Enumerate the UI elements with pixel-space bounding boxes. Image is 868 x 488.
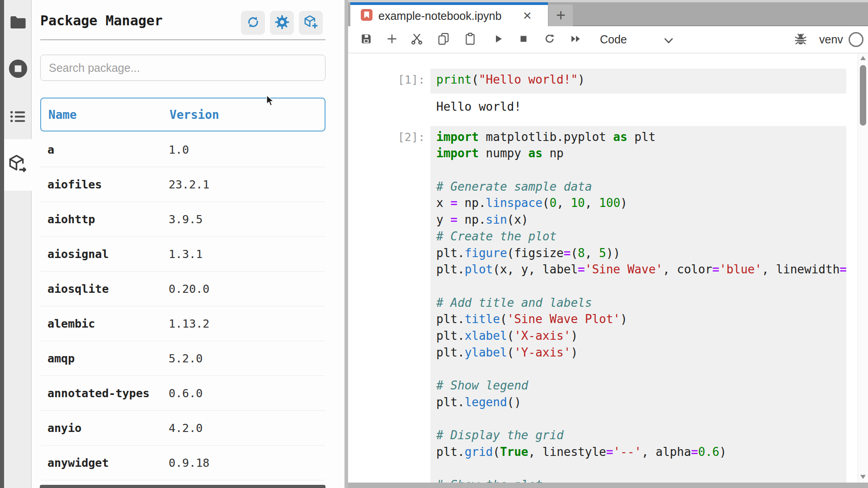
title-divider: [40, 39, 326, 40]
add-package-button[interactable]: [299, 11, 323, 35]
add-cell-button[interactable]: [386, 33, 398, 46]
scroll-up-arrow-icon[interactable]: [860, 56, 866, 60]
gear-icon: [274, 14, 290, 32]
restart-icon: [544, 33, 556, 47]
column-header-name[interactable]: Name: [48, 108, 77, 122]
package-name: amqp: [47, 352, 75, 365]
interrupt-kernel-button[interactable]: [517, 33, 530, 46]
table-row[interactable]: anywidget0.9.18: [40, 446, 326, 480]
panel-toolbar: [241, 11, 323, 35]
table-row[interactable]: aiosignal1.3.1: [40, 237, 326, 272]
run-icon: [493, 33, 504, 46]
plus-icon: [386, 33, 398, 47]
package-name: annotated-types: [47, 387, 150, 400]
notebook-area: example-notebook.ipynb × +: [348, 0, 868, 488]
code-cell[interactable]: [2]:import matplotlib.pyplot as pltimpor…: [348, 126, 868, 138]
table-row[interactable]: amqp5.2.0: [40, 341, 326, 376]
package-manager-panel: Package Manager: [32, 0, 344, 488]
search-input[interactable]: [40, 55, 326, 81]
horizontal-scrollbar-thumb[interactable]: [40, 485, 326, 488]
cell-editor[interactable]: import matplotlib.pyplot as pltimport nu…: [430, 126, 846, 483]
run-all-button[interactable]: [570, 33, 582, 46]
sidebar-item-files[interactable]: [4, 7, 32, 40]
copy-cells-button[interactable]: [437, 33, 450, 46]
table-row[interactable]: a1.0: [40, 132, 326, 167]
folder-icon: [9, 15, 27, 32]
list-icon: [9, 109, 27, 126]
jupyterlab-window: Package Manager: [0, 0, 868, 488]
stop-circle-icon: [8, 59, 28, 80]
package-name: anyio: [47, 422, 81, 435]
package-version: 5.2.0: [169, 352, 203, 365]
activity-bar: [0, 0, 32, 488]
add-package-icon: [303, 14, 319, 32]
refresh-button[interactable]: [241, 11, 265, 35]
package-export-icon: [8, 154, 28, 177]
bug-icon: [794, 40, 807, 47]
new-tab-button[interactable]: +: [549, 5, 573, 26]
tab-example-notebook[interactable]: example-notebook.ipynb ×: [350, 2, 548, 26]
table-row[interactable]: aiosqlite0.20.0: [40, 272, 326, 306]
window-edge: [0, 0, 4, 488]
save-icon: [360, 33, 372, 47]
table-header[interactable]: Name Version: [40, 98, 326, 131]
scissors-icon: [410, 33, 423, 47]
cut-cells-button[interactable]: [410, 33, 423, 46]
debugger-button[interactable]: [794, 33, 807, 48]
panel-title: Package Manager: [40, 13, 163, 28]
notebook-toolbar: Code venv: [348, 26, 868, 53]
sidebar-item-toc[interactable]: [4, 101, 32, 134]
table-row[interactable]: aiofiles23.2.1: [40, 167, 326, 202]
run-cell-button[interactable]: [492, 33, 505, 46]
column-header-version[interactable]: Version: [170, 108, 219, 122]
kernel-idle-circle[interactable]: [849, 32, 863, 47]
stop-icon: [518, 33, 529, 46]
package-name: a: [47, 143, 54, 156]
table-row[interactable]: annotated-types0.6.0: [40, 376, 326, 411]
package-version: 1.13.2: [169, 317, 209, 330]
kernel-name[interactable]: venv: [819, 33, 843, 46]
package-table-body: a1.0aiofiles23.2.1aiohttp3.9.5aiosignal1…: [40, 132, 326, 480]
fast-forward-icon: [570, 33, 582, 46]
close-icon[interactable]: ×: [523, 6, 532, 25]
package-name: aiofiles: [47, 178, 102, 191]
vertical-scrollbar[interactable]: [858, 53, 868, 483]
sidebar-item-running[interactable]: [4, 53, 32, 86]
table-row[interactable]: alembic1.13.2: [40, 306, 326, 341]
save-button[interactable]: [360, 33, 373, 46]
tab-title: example-notebook.ipynb: [378, 9, 501, 23]
package-version: 1.0: [169, 143, 189, 156]
sidebar-item-packages[interactable]: [4, 149, 32, 182]
mouse-cursor: [266, 95, 278, 109]
restart-kernel-button[interactable]: [543, 33, 556, 46]
package-version: 23.2.1: [169, 178, 209, 191]
package-version: 1.3.1: [169, 248, 203, 261]
code-cell[interactable]: [1]:print("Hello world!")Hello world!: [348, 69, 868, 114]
package-version: 4.2.0: [169, 422, 203, 435]
cell-output: Hello world!: [436, 100, 846, 114]
notebook-icon: [360, 9, 373, 23]
package-name: anywidget: [47, 456, 108, 469]
table-row[interactable]: anyio4.2.0: [40, 411, 326, 446]
panel-resize-handle[interactable]: [344, 0, 348, 488]
package-version: 0.20.0: [169, 282, 209, 296]
settings-button[interactable]: [270, 11, 294, 35]
copy-icon: [438, 33, 449, 47]
scroll-down-arrow-icon[interactable]: [860, 475, 866, 479]
execution-prompt: [2]:: [348, 126, 430, 138]
package-name: aiosqlite: [47, 282, 108, 296]
paste-icon: [464, 33, 476, 47]
scrollbar-thumb[interactable]: [860, 65, 866, 126]
table-row[interactable]: aiohttp3.9.5: [40, 202, 326, 237]
paste-cells-button[interactable]: [464, 33, 476, 46]
cell-type-select[interactable]: Code: [600, 33, 627, 46]
notebook-bottom-bar: [348, 483, 868, 488]
package-version: 0.9.18: [169, 456, 209, 469]
tab-bar: example-notebook.ipynb × +: [348, 0, 868, 26]
notebook-cells[interactable]: [1]:print("Hello world!")Hello world![2]…: [348, 53, 868, 483]
cell-editor[interactable]: print("Hello world!"): [430, 69, 846, 94]
chevron-down-icon[interactable]: [664, 37, 674, 46]
package-name: aiohttp: [47, 213, 95, 226]
execution-prompt: [1]:: [348, 69, 430, 114]
package-name: aiosignal: [47, 248, 108, 261]
